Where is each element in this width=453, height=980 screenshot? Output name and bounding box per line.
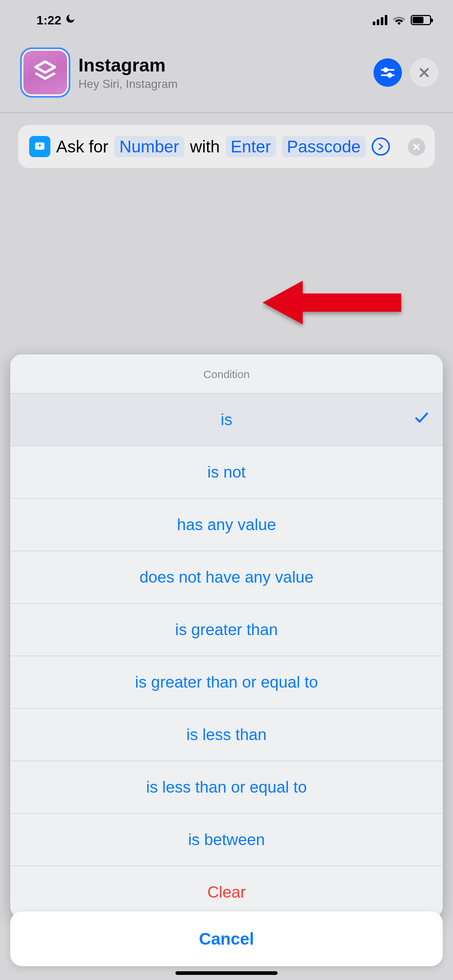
home-indicator[interactable]	[175, 971, 278, 975]
option-has-any-value[interactable]: has any value	[10, 498, 443, 550]
cancel-button[interactable]: Cancel	[10, 912, 443, 966]
option-is-greater-than-or-equal-to[interactable]: is greater than or equal to	[10, 655, 443, 708]
option-does-not-have-any-value[interactable]: does not have any value	[10, 550, 443, 603]
option-is-less-than[interactable]: is less than	[10, 708, 443, 760]
option-is-between[interactable]: is between	[10, 813, 443, 865]
option-is[interactable]: is	[10, 393, 443, 445]
option-label: is greater than	[175, 620, 278, 638]
option-is-less-than-or-equal-to[interactable]: is less than or equal to	[10, 760, 443, 813]
option-label: is between	[188, 830, 265, 848]
option-label: does not have any value	[139, 568, 313, 586]
option-is-greater-than[interactable]: is greater than	[10, 603, 443, 655]
option-label: Clear	[207, 883, 246, 901]
action-sheet-overlay: Condition is is not has any value does n…	[0, 0, 453, 980]
option-label: has any value	[177, 515, 276, 533]
option-clear[interactable]: Clear	[10, 865, 443, 918]
checkmark-icon	[414, 410, 430, 430]
option-is-not[interactable]: is not	[10, 445, 443, 498]
condition-action-sheet: Condition is is not has any value does n…	[10, 355, 443, 918]
option-label: is less than	[187, 725, 266, 743]
sheet-title: Condition	[10, 355, 443, 393]
option-label: is less than or equal to	[146, 778, 307, 796]
option-label: is greater than or equal to	[135, 673, 318, 691]
option-label: is not	[207, 463, 246, 481]
cancel-label: Cancel	[199, 929, 254, 948]
option-label: is	[221, 410, 232, 428]
